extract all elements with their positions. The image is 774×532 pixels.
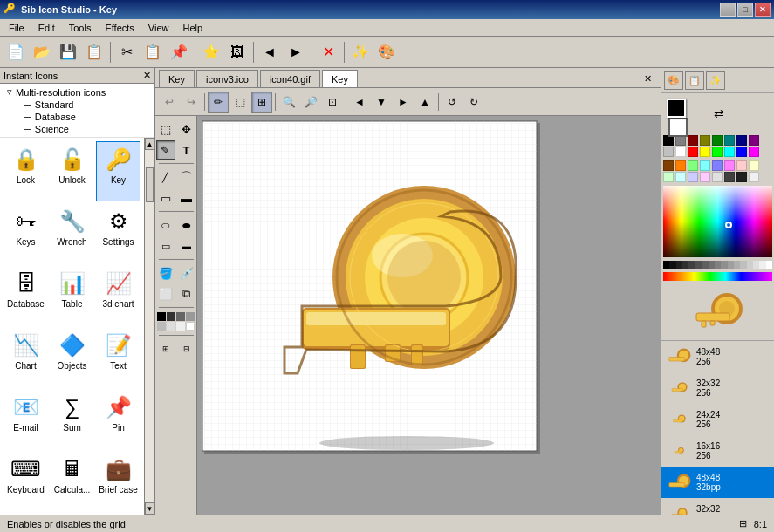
select-tool[interactable]: ⬚ [156, 119, 175, 139]
gray-swatch-13[interactable] [747, 261, 753, 269]
flip-up-button[interactable]: ▲ [414, 92, 435, 113]
swatch-olive[interactable] [700, 135, 710, 146]
swatch-ltcyan[interactable] [700, 160, 710, 171]
panel-close-button[interactable]: ✕ [143, 70, 151, 81]
mirror-tool[interactable]: ⧉ [177, 284, 196, 304]
swatch-green[interactable] [712, 135, 723, 146]
icon-cell-e-mail[interactable]: 📧 E-mail [3, 389, 48, 449]
grid-tool-1[interactable]: ⊞ [156, 339, 175, 358]
gray-swatch-3[interactable] [682, 261, 688, 269]
size-item-32x32-256[interactable]: 32x32256 [661, 372, 774, 404]
icon-cell-unlock[interactable]: 🔓 Unlock [50, 141, 94, 201]
swatch-ltgreen[interactable] [688, 160, 698, 171]
swap-colors-button[interactable]: ⇄ [714, 106, 724, 120]
save-button[interactable]: 💾 [56, 40, 80, 65]
draw-mode-button[interactable]: ✏ [208, 92, 229, 113]
swatch-creamlt[interactable] [749, 160, 759, 171]
gray-swatch-7[interactable] [709, 261, 715, 269]
menu-view[interactable]: View [141, 21, 176, 35]
gray-swatch-0[interactable] [663, 261, 669, 269]
open-button[interactable]: 📂 [30, 40, 54, 65]
tree-science[interactable]: ─ Science [3, 123, 151, 135]
swatch-skylt[interactable] [675, 172, 686, 182]
icon-cell-briefcase[interactable]: 💼 Brief case [96, 451, 140, 511]
rounded-rect-tool[interactable]: ▭ [156, 236, 175, 256]
delete-button[interactable]: ✕ [316, 40, 340, 65]
gray-swatch-10[interactable] [728, 261, 734, 269]
arrow2-button[interactable]: ► [284, 40, 308, 65]
effects-button[interactable]: ✨ [348, 40, 373, 65]
size-item-32x32-32bpp[interactable]: 32x3232bpp [661, 498, 774, 515]
icon-cell-wrench[interactable]: 🔧 Wrench [50, 203, 94, 263]
gray-swatch-9[interactable] [721, 261, 727, 269]
tab-key2[interactable]: Key [322, 70, 358, 87]
icon-cell-3dchart[interactable]: 📈 3d chart [96, 265, 140, 325]
gray-swatch-6[interactable] [702, 261, 708, 269]
curve-tool[interactable]: ⌒ [177, 167, 196, 187]
pattern-1[interactable] [157, 312, 166, 321]
pattern-6[interactable] [167, 322, 175, 331]
swatch-blue[interactable] [736, 147, 747, 157]
cut-button[interactable]: ✂ [114, 40, 139, 65]
swatch-navy[interactable] [736, 135, 747, 146]
zoom-out-button[interactable]: 🔎 [300, 92, 321, 113]
icon-cell-table[interactable]: 📊 Table [50, 265, 94, 325]
scroll-down-button[interactable]: ▼ [145, 502, 154, 515]
swatch-mintlt[interactable] [663, 172, 674, 182]
effects2-button[interactable]: 🎨 [374, 40, 399, 65]
pattern-2[interactable] [167, 312, 175, 321]
swatch-cyan[interactable] [724, 147, 735, 157]
gray-swatch-14[interactable] [753, 261, 759, 269]
swatch-brown[interactable] [663, 160, 674, 171]
swatch-magenta[interactable] [749, 147, 759, 157]
undo-button[interactable]: ↩ [159, 92, 180, 113]
scroll-track[interactable] [145, 150, 154, 502]
ellipse-outline-tool[interactable]: ⬭ [156, 215, 175, 235]
rounded-rect-fill-tool[interactable]: ▬ [177, 236, 196, 256]
swatch-darkred[interactable] [688, 135, 698, 146]
tree-root[interactable]: ▿ Multi-resolution icons [3, 85, 151, 99]
swatch-yellow[interactable] [700, 147, 710, 157]
swatch-silver[interactable] [663, 147, 674, 157]
size-item-48x48-256[interactable]: 48x48256 [661, 341, 774, 372]
menu-edit[interactable]: Edit [31, 21, 62, 35]
color-mode-2[interactable]: 📋 [685, 71, 704, 90]
new-button[interactable]: 📄 [3, 40, 28, 65]
tree-standard[interactable]: ─ Standard [3, 99, 151, 111]
save-as-button[interactable]: 📋 [82, 40, 106, 65]
swatch-red[interactable] [688, 147, 698, 157]
flip-r-button[interactable]: ► [393, 92, 414, 113]
paste-button[interactable]: 📌 [167, 40, 191, 65]
gray-swatch-8[interactable] [715, 261, 721, 269]
swatch-white[interactable] [675, 147, 686, 157]
scrollbar-vertical[interactable]: ▲ ▼ [144, 138, 154, 515]
menu-help[interactable]: Help [175, 21, 209, 35]
zoom-fit-button[interactable]: ⊡ [322, 92, 343, 113]
rotate-ccw-button[interactable]: ↺ [442, 92, 462, 113]
gray-swatch-5[interactable] [695, 261, 702, 269]
gray-swatch-2[interactable] [676, 261, 682, 269]
eraser-tool[interactable]: ⬜ [156, 284, 175, 304]
menu-tools[interactable]: Tools [62, 21, 99, 35]
size-item-16x16-256[interactable]: 16x16256 [661, 435, 774, 467]
star-button[interactable]: ⭐ [199, 40, 223, 65]
tab-key1[interactable]: Key [159, 70, 195, 87]
flip-down-button[interactable]: ▼ [371, 92, 392, 113]
size-item-48x48-32bpp[interactable]: 48x4832bpp [661, 467, 774, 498]
icon-cell-pin[interactable]: 📌 Pin [96, 389, 140, 449]
swatch-ltblue[interactable] [712, 160, 723, 171]
gray-swatch-15[interactable] [759, 261, 765, 269]
icon-cell-lock[interactable]: 🔒 Lock [3, 141, 48, 201]
color-mode-3[interactable]: ✨ [706, 71, 725, 90]
grid-tool-2[interactable]: ⊟ [177, 339, 196, 358]
swatch-nearwhite[interactable] [749, 172, 759, 182]
pattern-8[interactable] [186, 322, 195, 331]
line-tool[interactable]: ╱ [156, 167, 175, 187]
icon-cell-keyboard[interactable]: ⌨ Keyboard [3, 451, 48, 511]
swatch-pinklt[interactable] [736, 160, 747, 171]
image-button[interactable]: 🖼 [225, 40, 250, 65]
minimize-button[interactable]: ─ [720, 3, 736, 17]
text-tool[interactable]: T [177, 140, 196, 160]
canvas-area[interactable] [197, 116, 661, 515]
foreground-color[interactable] [667, 99, 686, 118]
